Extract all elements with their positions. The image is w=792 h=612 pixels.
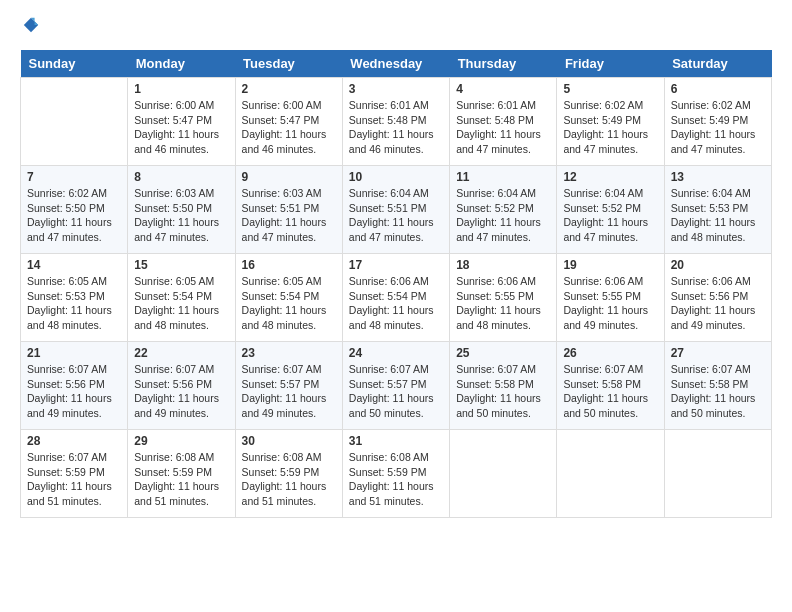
- day-info: Sunrise: 6:04 AM Sunset: 5:52 PM Dayligh…: [563, 186, 657, 245]
- weekday-header: Friday: [557, 50, 664, 78]
- day-number: 10: [349, 170, 443, 184]
- day-info: Sunrise: 6:07 AM Sunset: 5:59 PM Dayligh…: [27, 450, 121, 509]
- calendar-week-row: 14Sunrise: 6:05 AM Sunset: 5:53 PM Dayli…: [21, 254, 772, 342]
- day-number: 29: [134, 434, 228, 448]
- calendar-cell: 17Sunrise: 6:06 AM Sunset: 5:54 PM Dayli…: [342, 254, 449, 342]
- day-info: Sunrise: 6:02 AM Sunset: 5:50 PM Dayligh…: [27, 186, 121, 245]
- weekday-header: Wednesday: [342, 50, 449, 78]
- day-info: Sunrise: 6:06 AM Sunset: 5:55 PM Dayligh…: [456, 274, 550, 333]
- day-number: 30: [242, 434, 336, 448]
- calendar-cell: 31Sunrise: 6:08 AM Sunset: 5:59 PM Dayli…: [342, 430, 449, 518]
- day-info: Sunrise: 6:06 AM Sunset: 5:55 PM Dayligh…: [563, 274, 657, 333]
- calendar-cell: 25Sunrise: 6:07 AM Sunset: 5:58 PM Dayli…: [450, 342, 557, 430]
- weekday-header: Sunday: [21, 50, 128, 78]
- calendar-cell: 28Sunrise: 6:07 AM Sunset: 5:59 PM Dayli…: [21, 430, 128, 518]
- day-number: 1: [134, 82, 228, 96]
- day-info: Sunrise: 6:08 AM Sunset: 5:59 PM Dayligh…: [134, 450, 228, 509]
- day-info: Sunrise: 6:04 AM Sunset: 5:53 PM Dayligh…: [671, 186, 765, 245]
- calendar-cell: 5Sunrise: 6:02 AM Sunset: 5:49 PM Daylig…: [557, 78, 664, 166]
- day-info: Sunrise: 6:07 AM Sunset: 5:58 PM Dayligh…: [456, 362, 550, 421]
- calendar-week-row: 1Sunrise: 6:00 AM Sunset: 5:47 PM Daylig…: [21, 78, 772, 166]
- logo: [20, 20, 40, 34]
- calendar-table: SundayMondayTuesdayWednesdayThursdayFrid…: [20, 50, 772, 518]
- day-number: 25: [456, 346, 550, 360]
- calendar-cell: 2Sunrise: 6:00 AM Sunset: 5:47 PM Daylig…: [235, 78, 342, 166]
- calendar-cell: 10Sunrise: 6:04 AM Sunset: 5:51 PM Dayli…: [342, 166, 449, 254]
- day-number: 17: [349, 258, 443, 272]
- calendar-cell: 14Sunrise: 6:05 AM Sunset: 5:53 PM Dayli…: [21, 254, 128, 342]
- day-info: Sunrise: 6:07 AM Sunset: 5:56 PM Dayligh…: [27, 362, 121, 421]
- calendar-cell: 15Sunrise: 6:05 AM Sunset: 5:54 PM Dayli…: [128, 254, 235, 342]
- day-number: 3: [349, 82, 443, 96]
- day-info: Sunrise: 6:01 AM Sunset: 5:48 PM Dayligh…: [456, 98, 550, 157]
- day-info: Sunrise: 6:08 AM Sunset: 5:59 PM Dayligh…: [242, 450, 336, 509]
- calendar-cell: 23Sunrise: 6:07 AM Sunset: 5:57 PM Dayli…: [235, 342, 342, 430]
- day-number: 2: [242, 82, 336, 96]
- calendar-cell: 26Sunrise: 6:07 AM Sunset: 5:58 PM Dayli…: [557, 342, 664, 430]
- calendar-cell: 29Sunrise: 6:08 AM Sunset: 5:59 PM Dayli…: [128, 430, 235, 518]
- day-info: Sunrise: 6:06 AM Sunset: 5:54 PM Dayligh…: [349, 274, 443, 333]
- day-info: Sunrise: 6:08 AM Sunset: 5:59 PM Dayligh…: [349, 450, 443, 509]
- day-info: Sunrise: 6:07 AM Sunset: 5:57 PM Dayligh…: [242, 362, 336, 421]
- day-number: 7: [27, 170, 121, 184]
- day-number: 19: [563, 258, 657, 272]
- day-info: Sunrise: 6:05 AM Sunset: 5:53 PM Dayligh…: [27, 274, 121, 333]
- calendar-cell: 8Sunrise: 6:03 AM Sunset: 5:50 PM Daylig…: [128, 166, 235, 254]
- day-info: Sunrise: 6:04 AM Sunset: 5:52 PM Dayligh…: [456, 186, 550, 245]
- logo-icon: [22, 16, 40, 34]
- weekday-header: Saturday: [664, 50, 771, 78]
- calendar-cell: 1Sunrise: 6:00 AM Sunset: 5:47 PM Daylig…: [128, 78, 235, 166]
- day-number: 16: [242, 258, 336, 272]
- calendar-cell: 19Sunrise: 6:06 AM Sunset: 5:55 PM Dayli…: [557, 254, 664, 342]
- day-number: 6: [671, 82, 765, 96]
- day-info: Sunrise: 6:01 AM Sunset: 5:48 PM Dayligh…: [349, 98, 443, 157]
- day-number: 8: [134, 170, 228, 184]
- day-number: 24: [349, 346, 443, 360]
- day-info: Sunrise: 6:02 AM Sunset: 5:49 PM Dayligh…: [563, 98, 657, 157]
- calendar-cell: 22Sunrise: 6:07 AM Sunset: 5:56 PM Dayli…: [128, 342, 235, 430]
- day-info: Sunrise: 6:07 AM Sunset: 5:57 PM Dayligh…: [349, 362, 443, 421]
- day-info: Sunrise: 6:04 AM Sunset: 5:51 PM Dayligh…: [349, 186, 443, 245]
- weekday-header: Thursday: [450, 50, 557, 78]
- calendar-cell: [450, 430, 557, 518]
- day-number: 13: [671, 170, 765, 184]
- calendar-cell: 4Sunrise: 6:01 AM Sunset: 5:48 PM Daylig…: [450, 78, 557, 166]
- day-info: Sunrise: 6:00 AM Sunset: 5:47 PM Dayligh…: [134, 98, 228, 157]
- day-number: 4: [456, 82, 550, 96]
- calendar-cell: 12Sunrise: 6:04 AM Sunset: 5:52 PM Dayli…: [557, 166, 664, 254]
- day-number: 27: [671, 346, 765, 360]
- day-number: 11: [456, 170, 550, 184]
- day-info: Sunrise: 6:02 AM Sunset: 5:49 PM Dayligh…: [671, 98, 765, 157]
- day-number: 28: [27, 434, 121, 448]
- day-info: Sunrise: 6:00 AM Sunset: 5:47 PM Dayligh…: [242, 98, 336, 157]
- day-number: 31: [349, 434, 443, 448]
- calendar-cell: 13Sunrise: 6:04 AM Sunset: 5:53 PM Dayli…: [664, 166, 771, 254]
- day-info: Sunrise: 6:03 AM Sunset: 5:51 PM Dayligh…: [242, 186, 336, 245]
- calendar-cell: 18Sunrise: 6:06 AM Sunset: 5:55 PM Dayli…: [450, 254, 557, 342]
- day-info: Sunrise: 6:07 AM Sunset: 5:58 PM Dayligh…: [563, 362, 657, 421]
- calendar-cell: 24Sunrise: 6:07 AM Sunset: 5:57 PM Dayli…: [342, 342, 449, 430]
- day-info: Sunrise: 6:07 AM Sunset: 5:58 PM Dayligh…: [671, 362, 765, 421]
- day-info: Sunrise: 6:07 AM Sunset: 5:56 PM Dayligh…: [134, 362, 228, 421]
- calendar-cell: 9Sunrise: 6:03 AM Sunset: 5:51 PM Daylig…: [235, 166, 342, 254]
- calendar-cell: 20Sunrise: 6:06 AM Sunset: 5:56 PM Dayli…: [664, 254, 771, 342]
- calendar-cell: 3Sunrise: 6:01 AM Sunset: 5:48 PM Daylig…: [342, 78, 449, 166]
- day-number: 21: [27, 346, 121, 360]
- calendar-cell: 30Sunrise: 6:08 AM Sunset: 5:59 PM Dayli…: [235, 430, 342, 518]
- calendar-week-row: 7Sunrise: 6:02 AM Sunset: 5:50 PM Daylig…: [21, 166, 772, 254]
- day-number: 12: [563, 170, 657, 184]
- day-info: Sunrise: 6:05 AM Sunset: 5:54 PM Dayligh…: [242, 274, 336, 333]
- day-number: 26: [563, 346, 657, 360]
- day-number: 20: [671, 258, 765, 272]
- calendar-cell: 7Sunrise: 6:02 AM Sunset: 5:50 PM Daylig…: [21, 166, 128, 254]
- calendar-week-row: 28Sunrise: 6:07 AM Sunset: 5:59 PM Dayli…: [21, 430, 772, 518]
- calendar-cell: 27Sunrise: 6:07 AM Sunset: 5:58 PM Dayli…: [664, 342, 771, 430]
- day-number: 18: [456, 258, 550, 272]
- calendar-cell: [557, 430, 664, 518]
- calendar-cell: 11Sunrise: 6:04 AM Sunset: 5:52 PM Dayli…: [450, 166, 557, 254]
- day-number: 15: [134, 258, 228, 272]
- day-number: 22: [134, 346, 228, 360]
- calendar-cell: [21, 78, 128, 166]
- calendar-cell: 21Sunrise: 6:07 AM Sunset: 5:56 PM Dayli…: [21, 342, 128, 430]
- calendar-cell: 16Sunrise: 6:05 AM Sunset: 5:54 PM Dayli…: [235, 254, 342, 342]
